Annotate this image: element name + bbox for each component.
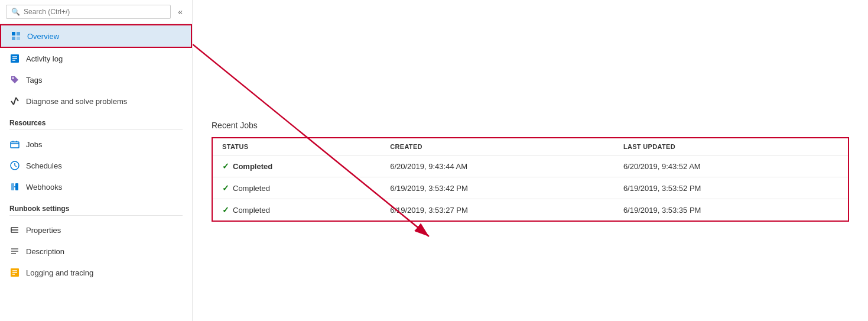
- search-input[interactable]: [24, 8, 165, 16]
- last-updated-cell: 6/20/2019, 9:43:52 AM: [614, 155, 849, 177]
- schedules-icon: [9, 160, 20, 171]
- sidebar-item-schedules-label: Schedules: [26, 161, 62, 170]
- tags-icon: [9, 74, 20, 85]
- table-row[interactable]: ✓ Completed 6/19/2019, 3:53:27 PM 6/19/2…: [212, 199, 849, 222]
- column-header-last-updated: LAST UPDATED: [614, 138, 849, 155]
- search-input-wrap[interactable]: 🔍: [6, 5, 171, 19]
- status-value: Completed: [233, 184, 270, 193]
- created-cell: 6/19/2019, 3:53:27 PM: [381, 199, 614, 222]
- sidebar-item-activity-log-label: Activity log: [26, 54, 63, 63]
- sidebar-item-description[interactable]: Description: [0, 241, 192, 262]
- sidebar-item-properties[interactable]: Properties: [0, 219, 192, 241]
- jobs-icon: [9, 139, 20, 150]
- svg-rect-19: [11, 183, 14, 190]
- svg-line-11: [16, 98, 18, 101]
- activity-icon: [9, 53, 20, 64]
- sidebar-item-diagnose[interactable]: Diagnose and solve problems: [0, 90, 192, 112]
- created-cell: 6/20/2019, 9:43:44 AM: [381, 155, 614, 177]
- webhooks-icon: [9, 181, 20, 192]
- sidebar-item-webhooks-label: Webhooks: [26, 183, 62, 192]
- sidebar: 🔍 « Overview Activity log: [0, 0, 193, 321]
- created-cell: 6/19/2019, 3:53:42 PM: [381, 177, 614, 199]
- sidebar-item-logging[interactable]: Logging and tracing: [0, 262, 192, 283]
- collapse-button[interactable]: «: [174, 5, 186, 19]
- diagnose-icon: [9, 96, 20, 106]
- sidebar-item-properties-label: Properties: [26, 226, 61, 235]
- sidebar-item-schedules[interactable]: Schedules: [0, 155, 192, 176]
- completed-check-icon: ✓: [222, 161, 229, 171]
- svg-point-8: [12, 77, 14, 79]
- sidebar-item-diagnose-label: Diagnose and solve problems: [26, 97, 127, 106]
- description-icon: [9, 246, 20, 257]
- sidebar-item-activity-log[interactable]: Activity log: [0, 48, 192, 69]
- table-row[interactable]: ✓ Completed 6/19/2019, 3:53:42 PM 6/19/2…: [212, 177, 849, 199]
- last-updated-cell: 6/19/2019, 3:53:35 PM: [614, 199, 849, 222]
- sidebar-item-webhooks[interactable]: Webhooks: [0, 176, 192, 197]
- sidebar-item-description-label: Description: [26, 247, 64, 256]
- resources-divider: [9, 129, 183, 130]
- search-bar: 🔍 «: [0, 0, 192, 24]
- logging-icon: [9, 267, 20, 278]
- search-icon: 🔍: [11, 8, 20, 16]
- completed-check-icon: ✓: [222, 183, 229, 193]
- completed-check-icon: ✓: [222, 205, 229, 215]
- sidebar-item-logging-label: Logging and tracing: [26, 268, 93, 277]
- overview-icon: [11, 31, 21, 41]
- resources-section-label: Resources: [0, 112, 192, 129]
- jobs-table: STATUS CREATED LAST UPDATED ✓ Completed …: [212, 137, 849, 222]
- svg-rect-0: [12, 32, 15, 35]
- svg-rect-12: [11, 142, 19, 148]
- svg-rect-2: [12, 37, 15, 40]
- status-value: Completed: [233, 206, 270, 215]
- status-cell: ✓ Completed: [212, 177, 381, 199]
- sidebar-item-tags[interactable]: Tags: [0, 69, 192, 90]
- svg-rect-20: [15, 183, 18, 190]
- status-value: Completed: [233, 162, 272, 171]
- last-updated-cell: 6/19/2019, 3:53:52 PM: [614, 177, 849, 199]
- recent-jobs-title: Recent Jobs: [212, 121, 849, 130]
- sidebar-item-overview[interactable]: Overview: [0, 24, 192, 48]
- runbook-settings-section-label: Runbook settings: [0, 197, 192, 215]
- sidebar-item-jobs-label: Jobs: [26, 140, 42, 149]
- status-cell: ✓ Completed: [212, 155, 381, 177]
- column-header-status: STATUS: [212, 138, 381, 155]
- table-row[interactable]: ✓ Completed 6/20/2019, 9:43:44 AM 6/20/2…: [212, 155, 849, 177]
- column-header-created: CREATED: [381, 138, 614, 155]
- sidebar-item-overview-label: Overview: [27, 32, 59, 41]
- main-content: Recent Jobs STATUS CREATED LAST UPDATED …: [193, 0, 868, 321]
- status-cell: ✓ Completed: [212, 199, 381, 222]
- svg-line-10: [14, 98, 16, 105]
- runbook-settings-divider: [9, 215, 183, 216]
- svg-rect-3: [17, 37, 20, 40]
- table-header-row: STATUS CREATED LAST UPDATED: [212, 138, 849, 155]
- properties-icon: [9, 225, 20, 235]
- sidebar-item-tags-label: Tags: [26, 76, 42, 85]
- sidebar-item-jobs[interactable]: Jobs: [0, 134, 192, 155]
- svg-rect-1: [17, 32, 20, 35]
- svg-line-18: [15, 166, 17, 167]
